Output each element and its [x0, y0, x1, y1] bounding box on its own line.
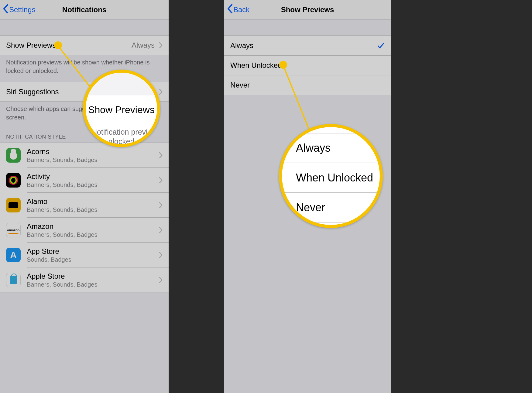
zoom-callout-show-previews: Show Previews lotification previ nlocked: [83, 70, 160, 147]
back-button[interactable]: Back: [227, 4, 249, 15]
app-subtitle: Banners, Sounds, Badges: [27, 206, 159, 213]
app-texts: AcornsBanners, Sounds, Badges: [27, 147, 159, 164]
app-texts: App StoreSounds, Badges: [27, 247, 159, 263]
show-previews-label: Show Previews: [6, 41, 132, 50]
app-subtitle: Banners, Sounds, Badges: [27, 281, 159, 288]
chevron-right-icon: [159, 227, 163, 233]
annotation-marker: [54, 41, 62, 49]
zoom-footer-line1: lotification previ: [95, 128, 147, 136]
app-icon: [6, 173, 21, 188]
app-row-apple-store[interactable]: Apple StoreBanners, Sounds, Badges: [0, 267, 169, 292]
page-title: Notifications: [62, 5, 106, 14]
chevron-right-icon: [159, 177, 163, 183]
app-row-app-store[interactable]: AApp StoreSounds, Badges: [0, 243, 169, 267]
notification-style-list: AcornsBanners, Sounds, BadgesActivityBan…: [0, 143, 169, 292]
zoom-stack: Always When Unlocked Never: [282, 133, 380, 222]
app-icon: [6, 198, 21, 212]
app-texts: ActivityBanners, Sounds, Badges: [27, 172, 159, 188]
preview-option-never[interactable]: Never: [224, 75, 391, 95]
nav-bar: Settings Notifications: [0, 0, 169, 19]
notifications-screen: Settings Notifications Show Previews Alw…: [0, 0, 169, 393]
option-label: Always: [230, 41, 253, 50]
back-button-settings[interactable]: Settings: [3, 4, 36, 15]
app-name: Alamo: [27, 197, 159, 206]
app-icon: [6, 273, 21, 287]
app-row-alamo[interactable]: AlamoBanners, Sounds, Badges: [0, 193, 169, 218]
chevron-right-icon: [159, 89, 163, 95]
option-label: Never: [230, 81, 250, 89]
chevron-right-icon: [159, 202, 163, 208]
option-label: When Unlocked: [230, 61, 282, 70]
app-subtitle: Banners, Sounds, Badges: [27, 157, 159, 164]
page-title: Show Previews: [281, 5, 334, 14]
app-name: Apple Store: [27, 272, 159, 281]
chevron-left-icon: [227, 4, 233, 15]
spacer: [224, 19, 391, 35]
chevron-left-icon: [3, 4, 9, 15]
app-icon: amazon: [6, 223, 21, 237]
preview-option-always[interactable]: Always: [224, 36, 391, 55]
chevron-right-icon: [159, 277, 163, 283]
app-name: Activity: [27, 172, 159, 181]
zoom-option-when-unlocked: When Unlocked: [282, 163, 380, 193]
annotation-marker: [279, 61, 287, 69]
app-texts: AmazonBanners, Sounds, Badges: [27, 222, 159, 238]
show-previews-value: Always: [132, 41, 155, 50]
app-subtitle: Banners, Sounds, Badges: [27, 231, 159, 238]
zoom-option-always: Always: [282, 133, 380, 163]
spacer: [0, 19, 169, 35]
app-row-amazon[interactable]: amazonAmazonBanners, Sounds, Badges: [0, 218, 169, 243]
zoom-title: Show Previews: [86, 95, 157, 124]
back-label: Back: [233, 5, 249, 14]
app-texts: Apple StoreBanners, Sounds, Badges: [27, 272, 159, 288]
nav-bar: Back Show Previews: [224, 0, 391, 19]
chevron-right-icon: [159, 252, 163, 258]
app-subtitle: Banners, Sounds, Badges: [27, 181, 159, 188]
preview-options-list: AlwaysWhen UnlockedNever: [224, 35, 391, 95]
app-subtitle: Sounds, Badges: [27, 256, 159, 263]
app-row-acorns[interactable]: AcornsBanners, Sounds, Badges: [0, 143, 169, 168]
chevron-right-icon: [159, 42, 163, 48]
app-name: Acorns: [27, 147, 159, 156]
show-previews-row[interactable]: Show Previews Always: [0, 35, 169, 55]
app-icon: [6, 148, 21, 163]
back-label: Settings: [9, 5, 36, 14]
app-texts: AlamoBanners, Sounds, Badges: [27, 197, 159, 213]
chevron-right-icon: [159, 152, 163, 158]
checkmark-icon: [377, 42, 385, 50]
preview-option-when-unlocked[interactable]: When Unlocked: [224, 55, 391, 75]
app-name: App Store: [27, 247, 159, 256]
app-name: Amazon: [27, 222, 159, 231]
app-icon: A: [6, 248, 21, 262]
app-row-activity[interactable]: ActivityBanners, Sounds, Badges: [0, 168, 169, 193]
zoom-callout-options: Always When Unlocked Never: [279, 124, 383, 228]
zoom-footer-line2: nlocked: [108, 137, 134, 146]
